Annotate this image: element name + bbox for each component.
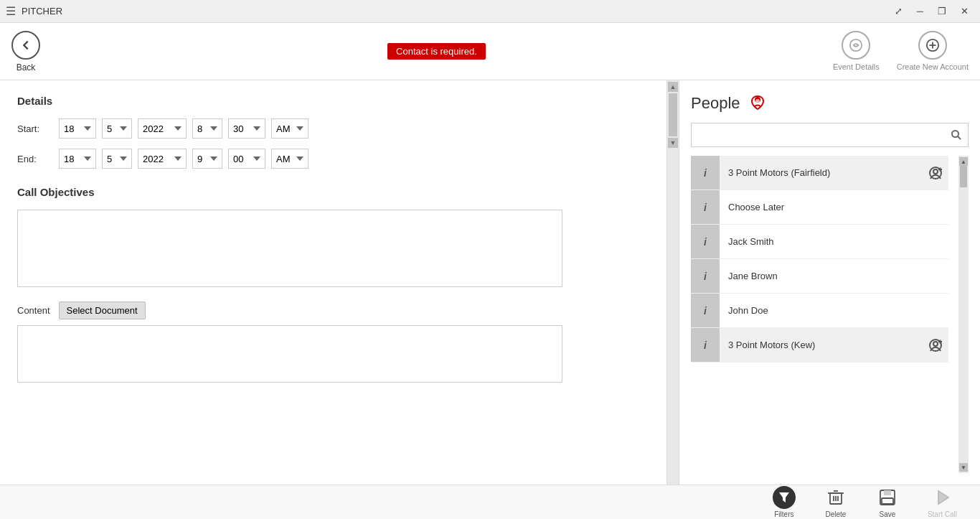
- person-name-6: 3 Point Motors (Kew): [720, 340, 923, 350]
- save-label: Save: [879, 510, 895, 518]
- start-row: Start: 18 5 2022 8 30 AM: [17, 118, 649, 139]
- filters-button[interactable]: Filters: [773, 486, 796, 518]
- svg-marker-25: [938, 491, 948, 504]
- people-header: People: [691, 92, 969, 114]
- people-scroll-thumb[interactable]: [960, 166, 967, 187]
- back-button[interactable]: Back: [11, 31, 40, 73]
- bottom-toolbar: Filters Delete Save: [0, 485, 980, 519]
- scroll-up-arrow[interactable]: ▲: [668, 82, 678, 92]
- person-info-btn-4[interactable]: i: [691, 259, 720, 293]
- left-scrollbar[interactable]: ▲ ▼: [667, 80, 679, 485]
- person-info-btn-5[interactable]: i: [691, 294, 720, 327]
- error-message: Contact is required.: [387, 43, 486, 60]
- call-objectives-title: Call Objectives: [17, 186, 649, 198]
- hamburger-icon[interactable]: ☰: [6, 4, 16, 18]
- details-section-title: Details: [17, 95, 649, 107]
- people-search-button[interactable]: [945, 123, 968, 146]
- select-document-button[interactable]: Select Document: [59, 301, 146, 319]
- svg-marker-16: [779, 492, 789, 502]
- end-ampm-select[interactable]: AM: [271, 149, 308, 169]
- titlebar-left: ☰ PITCHER: [6, 4, 62, 18]
- svg-point-9: [933, 169, 938, 174]
- start-label: Start:: [17, 123, 53, 134]
- content-section: Content Select Document: [17, 301, 649, 319]
- people-scrollbar[interactable]: ▲ ▼: [958, 156, 969, 473]
- toolbar: Back Contact is required. Event Details: [0, 23, 980, 80]
- person-item-3[interactable]: i Jack Smith: [691, 225, 948, 259]
- filters-label: Filters: [774, 510, 793, 518]
- person-add-btn-6[interactable]: [923, 332, 948, 358]
- right-panel: People: [679, 80, 980, 485]
- svg-rect-23: [884, 490, 891, 495]
- scroll-thumb[interactable]: [669, 93, 677, 136]
- create-new-account-button[interactable]: Create New Account: [897, 31, 969, 72]
- filters-icon: [773, 486, 796, 509]
- maximize-button[interactable]: ❐: [932, 3, 952, 19]
- people-location-icon: [748, 92, 768, 114]
- person-item-2[interactable]: i Choose Later: [691, 190, 948, 225]
- close-button[interactable]: ✕: [955, 3, 974, 19]
- svg-point-0: [850, 39, 862, 51]
- back-circle-icon: [11, 31, 40, 60]
- end-minute-select[interactable]: 00: [228, 149, 265, 169]
- create-new-account-icon: [918, 31, 947, 60]
- people-search-input[interactable]: [692, 126, 945, 145]
- people-search-box: [691, 123, 969, 147]
- person-info-btn-2[interactable]: i: [691, 190, 720, 224]
- person-info-btn-1[interactable]: i: [691, 156, 720, 190]
- event-details-icon: [842, 31, 870, 60]
- start-call-label: Start Call: [928, 510, 957, 518]
- error-banner: Contact is required.: [387, 46, 486, 57]
- create-new-account-label: Create New Account: [897, 62, 969, 72]
- save-button[interactable]: Save: [876, 486, 899, 518]
- people-scroll-down[interactable]: ▼: [959, 463, 968, 472]
- people-title: People: [691, 94, 740, 113]
- end-day-select[interactable]: 18: [59, 149, 96, 169]
- people-scroll-up[interactable]: ▲: [959, 157, 968, 166]
- svg-rect-24: [882, 498, 893, 504]
- call-objectives-section: Call Objectives: [17, 186, 649, 287]
- people-scroll-track: [959, 166, 968, 463]
- end-year-select[interactable]: 2022: [138, 149, 187, 169]
- person-info-btn-3[interactable]: i: [691, 225, 720, 258]
- event-details-button[interactable]: Event Details: [833, 31, 880, 72]
- start-day-select[interactable]: 18: [59, 118, 96, 139]
- person-name-1: 3 Point Motors (Fairfield): [720, 167, 923, 178]
- titlebar-right: ⤢ ─ ❐ ✕: [889, 3, 974, 19]
- end-row: End: 18 5 2022 9 00 AM: [17, 149, 649, 169]
- scroll-down-arrow[interactable]: ▼: [668, 138, 678, 148]
- main-layout: Details Start: 18 5 2022 8 30 AM: [0, 80, 980, 485]
- app-title: PITCHER: [22, 6, 62, 17]
- start-call-icon: [930, 486, 953, 509]
- left-panel: Details Start: 18 5 2022 8 30 AM: [0, 80, 667, 485]
- person-info-btn-6[interactable]: i: [691, 328, 720, 362]
- start-hour-select[interactable]: 8: [192, 118, 222, 139]
- call-objectives-textarea[interactable]: [17, 210, 562, 287]
- start-month-select[interactable]: 5: [102, 118, 132, 139]
- person-add-btn-1[interactable]: [923, 160, 948, 186]
- toolbar-right: Event Details Create New Account: [833, 31, 969, 72]
- start-call-button[interactable]: Start Call: [928, 486, 957, 518]
- delete-button[interactable]: Delete: [824, 486, 847, 518]
- titlebar: ☰ PITCHER ⤢ ─ ❐ ✕: [0, 0, 980, 23]
- person-item-5[interactable]: i John Doe: [691, 294, 948, 328]
- person-item-1[interactable]: i 3 Point Motors (Fairfield): [691, 156, 948, 190]
- svg-point-6: [952, 131, 958, 137]
- person-item-4[interactable]: i Jane Brown: [691, 259, 948, 294]
- person-item-6[interactable]: i 3 Point Motors (Kew): [691, 328, 948, 363]
- svg-point-13: [933, 342, 938, 346]
- delete-label: Delete: [825, 510, 846, 518]
- start-minute-select[interactable]: 30: [228, 118, 265, 139]
- back-label: Back: [17, 62, 36, 73]
- people-list-wrapper: i 3 Point Motors (Fairfield) i: [691, 156, 969, 473]
- expand-button[interactable]: ⤢: [889, 3, 908, 19]
- end-hour-select[interactable]: 9: [192, 149, 222, 169]
- svg-line-7: [958, 136, 961, 139]
- end-label: End:: [17, 154, 53, 164]
- start-year-select[interactable]: 2022: [138, 118, 187, 139]
- minimize-button[interactable]: ─: [911, 3, 929, 19]
- end-month-select[interactable]: 5: [102, 149, 132, 169]
- people-list: i 3 Point Motors (Fairfield) i: [691, 156, 958, 473]
- start-ampm-select[interactable]: AM: [271, 118, 308, 139]
- toolbar-left: Back: [11, 31, 40, 73]
